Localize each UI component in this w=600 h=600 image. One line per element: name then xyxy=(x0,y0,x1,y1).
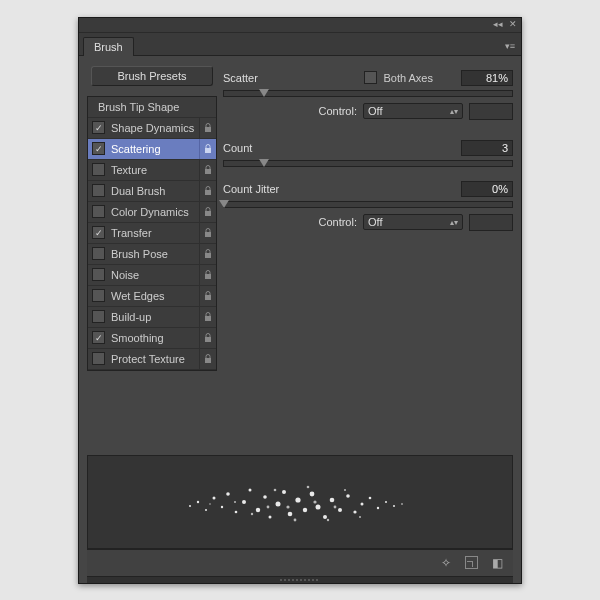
option-protect-texture[interactable]: Protect Texture xyxy=(88,349,216,370)
lock-icon[interactable] xyxy=(199,181,216,201)
option-smoothing[interactable]: Smoothing xyxy=(88,328,216,349)
svg-point-37 xyxy=(369,496,372,499)
option-brush-tip-shape[interactable]: Brush Tip Shape xyxy=(88,97,216,118)
lock-icon[interactable] xyxy=(199,244,216,264)
slider-thumb-icon[interactable] xyxy=(219,200,229,208)
jitter-control-label: Control: xyxy=(318,216,357,228)
svg-point-25 xyxy=(282,490,286,494)
lock-icon[interactable] xyxy=(199,349,216,369)
option-checkbox[interactable] xyxy=(92,310,105,323)
svg-point-54 xyxy=(334,505,337,508)
collapse-icon[interactable]: ◂◂ xyxy=(493,20,503,29)
option-checkbox[interactable] xyxy=(92,289,105,302)
option-label: Wet Edges xyxy=(111,290,199,302)
brush-stroke-preview xyxy=(87,455,513,549)
option-checkbox[interactable] xyxy=(92,247,105,260)
both-axes-checkbox[interactable] xyxy=(364,71,377,84)
scatter-label: Scatter xyxy=(223,72,364,84)
svg-point-50 xyxy=(209,503,211,505)
option-brush-pose[interactable]: Brush Pose xyxy=(88,244,216,265)
scatter-control-label: Control: xyxy=(318,105,357,117)
option-label: Transfer xyxy=(111,227,199,239)
option-checkbox[interactable] xyxy=(92,352,105,365)
option-label: Brush Pose xyxy=(111,248,199,260)
option-dual-brush[interactable]: Dual Brush xyxy=(88,181,216,202)
left-column: Brush Presets Brush Tip ShapeShape Dynam… xyxy=(87,66,217,371)
overlay-icon[interactable]: ◧ xyxy=(492,556,503,570)
svg-point-26 xyxy=(288,511,293,516)
option-checkbox[interactable] xyxy=(92,331,105,344)
svg-rect-3 xyxy=(205,190,211,195)
brush-options-list: Brush Tip ShapeShape DynamicsScatteringT… xyxy=(87,96,217,371)
count-value[interactable]: 3 xyxy=(461,140,513,156)
option-checkbox[interactable] xyxy=(92,268,105,281)
panel-topbar: ◂◂ ✕ xyxy=(79,18,521,33)
lock-icon[interactable] xyxy=(199,139,216,159)
count-jitter-value[interactable]: 0% xyxy=(461,181,513,197)
svg-point-42 xyxy=(234,501,236,503)
svg-point-21 xyxy=(256,507,260,511)
slider-thumb-icon[interactable] xyxy=(259,159,269,167)
slider-thumb-icon[interactable] xyxy=(259,89,269,97)
lock-icon[interactable] xyxy=(199,202,216,222)
svg-point-53 xyxy=(267,505,270,508)
option-label: Texture xyxy=(111,164,199,176)
scatter-value[interactable]: 81% xyxy=(461,70,513,86)
panel-menu-icon[interactable]: ▾≡ xyxy=(505,41,521,55)
toggle-live-tip-icon[interactable]: ✧ xyxy=(441,556,451,570)
option-label: Dual Brush xyxy=(111,185,199,197)
option-noise[interactable]: Noise xyxy=(88,265,216,286)
option-checkbox[interactable] xyxy=(92,205,105,218)
option-checkbox[interactable] xyxy=(92,184,105,197)
jitter-control-dropdown[interactable]: Off ▴▾ xyxy=(363,214,463,230)
tab-bar: Brush ▾≡ xyxy=(79,33,521,56)
count-label: Count xyxy=(223,142,461,154)
dropdown-value: Off xyxy=(368,216,382,228)
svg-point-33 xyxy=(338,508,342,512)
svg-rect-1 xyxy=(205,148,211,153)
lock-icon[interactable] xyxy=(199,118,216,138)
option-build-up[interactable]: Build-up xyxy=(88,307,216,328)
svg-point-48 xyxy=(344,489,346,491)
both-axes-label: Both Axes xyxy=(383,72,433,84)
svg-point-28 xyxy=(303,507,307,511)
new-preset-icon[interactable] xyxy=(465,556,478,569)
svg-point-29 xyxy=(310,491,315,496)
count-jitter-label: Count Jitter xyxy=(223,183,461,195)
svg-rect-5 xyxy=(205,232,211,237)
resize-grip[interactable] xyxy=(87,576,513,583)
scatter-control-dropdown[interactable]: Off ▴▾ xyxy=(363,103,463,119)
svg-point-41 xyxy=(401,503,403,505)
svg-point-19 xyxy=(242,500,246,504)
brush-presets-button[interactable]: Brush Presets xyxy=(91,66,213,86)
option-shape-dynamics[interactable]: Shape Dynamics xyxy=(88,118,216,139)
scatter-slider[interactable] xyxy=(223,90,513,97)
lock-icon[interactable] xyxy=(199,265,216,285)
right-column: Scatter Both Axes 81% Control: Off ▴▾ xyxy=(223,66,513,371)
panel-footer: ✧ ◧ xyxy=(87,549,513,576)
option-texture[interactable]: Texture xyxy=(88,160,216,181)
option-wet-edges[interactable]: Wet Edges xyxy=(88,286,216,307)
lock-icon[interactable] xyxy=(199,307,216,327)
count-jitter-slider[interactable] xyxy=(223,201,513,208)
option-checkbox[interactable] xyxy=(92,226,105,239)
svg-point-43 xyxy=(251,512,253,514)
option-color-dynamics[interactable]: Color Dynamics xyxy=(88,202,216,223)
close-icon[interactable]: ✕ xyxy=(509,20,517,29)
option-checkbox[interactable] xyxy=(92,142,105,155)
lock-icon[interactable] xyxy=(199,328,216,348)
count-slider[interactable] xyxy=(223,160,513,167)
option-scattering[interactable]: Scattering xyxy=(88,139,216,160)
tab-brush[interactable]: Brush xyxy=(83,37,134,56)
lock-icon[interactable] xyxy=(199,223,216,243)
option-checkbox[interactable] xyxy=(92,121,105,134)
option-label: Scattering xyxy=(111,143,199,155)
lock-icon[interactable] xyxy=(199,286,216,306)
svg-point-32 xyxy=(330,497,335,502)
lock-icon[interactable] xyxy=(199,160,216,180)
option-checkbox[interactable] xyxy=(92,163,105,176)
option-transfer[interactable]: Transfer xyxy=(88,223,216,244)
svg-point-31 xyxy=(323,515,327,519)
svg-point-52 xyxy=(313,500,316,503)
svg-point-23 xyxy=(269,515,272,518)
